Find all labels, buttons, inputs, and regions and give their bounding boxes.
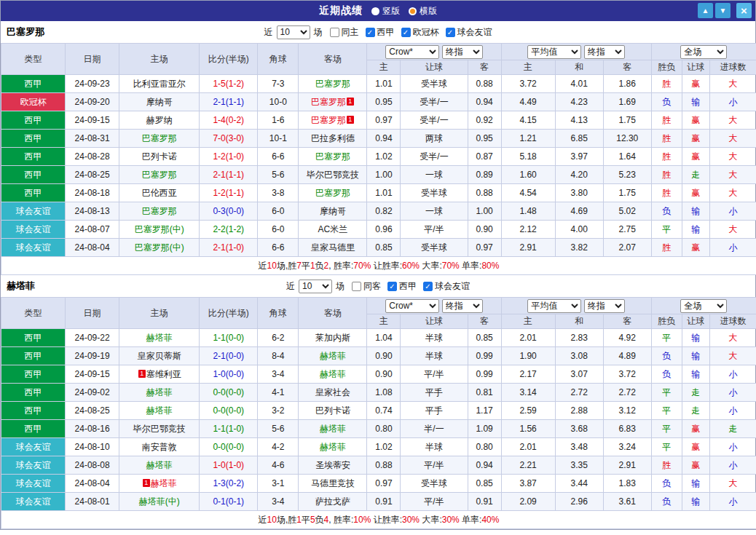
scroll-down-button[interactable]: ▼ (715, 3, 731, 18)
team-name[interactable]: 巴拉多利德 (311, 133, 355, 143)
euro-odds-controls: 平均值 终指 (501, 298, 651, 314)
layout-radio-vertical[interactable]: 竖版 (371, 5, 400, 17)
team-name[interactable]: 摩纳哥 (146, 97, 173, 107)
team-name[interactable]: 赫塔菲 (146, 405, 173, 416)
team-name[interactable]: 赫塔菲 (320, 369, 346, 379)
team-name[interactable]: AC米兰 (318, 224, 348, 234)
summary-segment: 平 (302, 261, 310, 271)
team-name[interactable]: 巴伦西亚 (142, 188, 177, 198)
team-name[interactable]: 塞维利亚 (146, 369, 181, 379)
avg-away-odds: 12.30 (603, 130, 651, 148)
team-name[interactable]: 赫塔菲(中) (139, 496, 180, 507)
team-name[interactable]: 赫塔菲 (151, 478, 177, 488)
team-name[interactable]: 萨拉戈萨 (315, 496, 350, 507)
match-row: 西甲24-09-15赫罗纳1-4(0-2)1-6巴塞罗那10.97受半/一0.9… (1, 111, 756, 130)
team-name[interactable]: 巴塞罗那 (142, 170, 177, 180)
team-name[interactable]: 巴塞罗那(中) (135, 242, 184, 253)
team-name[interactable]: 赫塔菲 (146, 387, 173, 397)
team-name[interactable]: 皇家马德里 (311, 242, 355, 253)
team-name[interactable]: 赫塔菲 (320, 424, 346, 434)
team-name[interactable]: 巴列卡诺 (315, 405, 350, 416)
team-name[interactable]: 巴塞罗那 (315, 151, 350, 162)
filter-checkbox-欧冠杯[interactable]: ✓欧冠杯 (401, 26, 439, 39)
team-name[interactable]: 赫塔菲 (146, 460, 173, 470)
page-title: 近期战绩 (319, 4, 363, 17)
team-name[interactable]: 巴列卡诺 (142, 151, 177, 162)
avg-away-odds: 4.89 (603, 347, 651, 365)
summary-segment: 10 (267, 261, 277, 271)
odds-stage-select[interactable]: 终指 (442, 299, 483, 313)
team-name[interactable]: 圣埃蒂安 (315, 460, 350, 470)
team-name[interactable]: 皇家社会 (315, 387, 350, 397)
team-name[interactable]: 巴塞罗那 (311, 97, 346, 107)
match-score: 2-1(1-1) (200, 166, 258, 184)
team-name[interactable]: 巴塞罗那 (315, 79, 350, 89)
odds-source-select[interactable]: Crow* (385, 45, 439, 59)
scroll-up-button[interactable]: ▲ (698, 3, 713, 18)
match-score: 1-5(1-2) (200, 75, 258, 93)
checkbox-label: 球会友谊 (435, 280, 470, 293)
layout-radio-horizontal[interactable]: 横版 (409, 5, 437, 17)
checkbox-label: 球会友谊 (457, 26, 492, 39)
team-name[interactable]: 赫塔菲 (320, 442, 346, 452)
match-row: 欧冠杯24-09-20摩纳哥2-1(1-1)10-0巴塞罗那10.95受半/一0… (1, 93, 756, 111)
scope-select[interactable]: 全场 (680, 45, 727, 59)
match-date: 24-09-20 (66, 93, 119, 111)
team-name[interactable]: 赫罗纳 (146, 115, 173, 125)
corner-score: 4-1 (258, 384, 299, 402)
match-count-select[interactable]: 10 (299, 280, 332, 293)
odds-source-select[interactable]: Crow* (385, 299, 439, 313)
asian-home-odds: 0.90 (367, 347, 401, 365)
result-handicap: 走 (682, 384, 709, 402)
away-team-cell: 巴塞罗那 (299, 148, 367, 166)
checkbox-icon (352, 282, 361, 291)
team-name[interactable]: 比利亚雷亚尔 (133, 79, 186, 89)
col-date: 日期 (66, 298, 119, 329)
filter-checkbox-同客[interactable]: 同客 (352, 280, 381, 293)
avg-draw-odds: 3.35 (555, 456, 603, 475)
filter-checkbox-西甲[interactable]: ✓西甲 (387, 280, 417, 293)
league-tag: 球会友谊 (1, 239, 66, 257)
team-name[interactable]: 南安普敦 (142, 442, 177, 452)
match-count-select[interactable]: 10 (277, 25, 310, 39)
match-row: 球会友谊24-08-10南安普敦0-0(0-0)4-2赫塔菲1.02半球0.80… (1, 438, 756, 456)
team-name[interactable]: 毕尔巴鄂竞技 (133, 424, 186, 434)
summary-segment: 30% (402, 515, 420, 525)
team-name[interactable]: 巴塞罗那 (315, 188, 350, 198)
euro-source-select[interactable]: 平均值 (527, 45, 581, 59)
team-name[interactable]: 马德里竞技 (311, 478, 355, 488)
col-asian-handicap: 让球 (401, 60, 468, 75)
filter-checkbox-西甲[interactable]: ✓西甲 (366, 26, 395, 39)
avg-draw-odds: 2.88 (555, 402, 603, 420)
team-name[interactable]: 莱加内斯 (315, 333, 350, 343)
filter-checkbox-球会友谊[interactable]: ✓球会友谊 (446, 26, 492, 39)
team-name[interactable]: 毕尔巴鄂竞技 (307, 170, 359, 180)
odds-stage-select[interactable]: 终指 (442, 45, 483, 59)
team-name[interactable]: 赫塔菲 (320, 351, 346, 361)
match-row: 西甲24-08-31巴塞罗那7-0(3-0)10-1巴拉多利德0.94两球0.9… (1, 130, 756, 148)
team-name[interactable]: 巴塞罗那(中) (135, 224, 184, 234)
team-name[interactable]: 巴塞罗那 (311, 115, 346, 125)
summary-segment: 1 (296, 515, 302, 525)
euro-stage-select[interactable]: 终指 (584, 299, 625, 313)
team-name[interactable]: 巴塞罗那 (142, 206, 177, 216)
result-goals: 大 (709, 148, 756, 166)
close-button[interactable]: × (736, 3, 752, 18)
team-name[interactable]: 皇家贝蒂斯 (138, 351, 181, 361)
summary-segment: 平 (302, 515, 310, 525)
match-row: 球会友谊24-08-041赫塔菲1-3(0-2)3-1马德里竞技0.97受半球0… (1, 475, 756, 493)
avg-home-odds: 4.54 (501, 184, 555, 202)
euro-stage-select[interactable]: 终指 (584, 45, 625, 59)
filter-checkbox-同主[interactable]: 同主 (330, 26, 359, 39)
euro-source-select[interactable]: 平均值 (527, 299, 581, 313)
summary-segment: 1 (310, 261, 315, 271)
checkbox-icon: ✓ (387, 282, 397, 291)
avg-home-odds: 2.01 (501, 329, 555, 347)
team-name[interactable]: 赫塔菲 (146, 333, 173, 343)
col-asian-away: 客 (468, 60, 501, 75)
filter-checkbox-球会友谊[interactable]: ✓球会友谊 (423, 280, 470, 293)
scope-select[interactable]: 全场 (680, 299, 727, 313)
asian-home-odds: 1.01 (367, 184, 401, 202)
team-name[interactable]: 摩纳哥 (320, 206, 346, 216)
team-name[interactable]: 巴塞罗那 (142, 133, 177, 143)
